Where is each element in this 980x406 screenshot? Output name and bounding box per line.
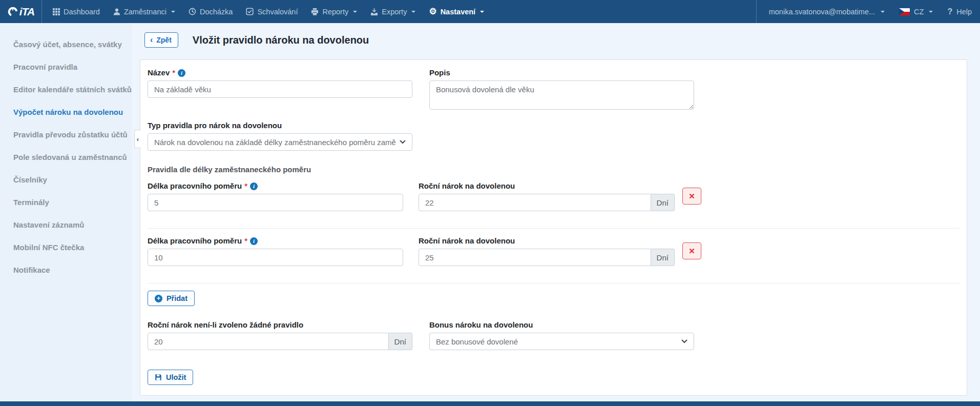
required-mark: * <box>244 236 247 246</box>
nav-label: Reporty <box>322 8 348 16</box>
nav-item-dochazka[interactable]: Docházka <box>182 0 239 23</box>
grid-icon <box>53 8 60 15</box>
delete-rule-button[interactable]: ✕ <box>682 188 701 205</box>
language-code: CZ <box>914 8 924 16</box>
close-icon: ✕ <box>689 192 695 201</box>
bonus-select[interactable]: Bez bonusové dovolené <box>429 333 694 350</box>
bonus-label: Bonus nároku na dovolenou <box>429 320 694 330</box>
nav-item-zamestnanci[interactable]: Zaměstnanci <box>107 0 182 23</box>
info-icon[interactable]: i <box>250 182 258 190</box>
info-icon[interactable]: i <box>250 237 258 245</box>
narok-input[interactable] <box>419 249 651 266</box>
select-value: Bez bonusové dovolené <box>436 337 677 346</box>
delete-rule-button[interactable]: ✕ <box>682 242 701 259</box>
language-selector[interactable]: CZ <box>899 8 933 16</box>
delka-label: Délka pracovního poměru * i <box>148 181 403 191</box>
footer-bar <box>0 401 980 406</box>
nav-label: Schvalování <box>257 8 298 16</box>
app-logo[interactable]: iTA <box>0 0 42 23</box>
nav-item-dashboard[interactable]: Dashboard <box>46 0 107 23</box>
chevron-down-icon <box>929 11 933 13</box>
nav-item-schvalovani[interactable]: Schvalování <box>239 0 304 23</box>
nav-item-nastaveni[interactable]: ⚙︎ Nastavení <box>422 0 491 23</box>
chevron-left-icon: ‹ <box>150 37 153 43</box>
sidebar-item-pracovni-pravidla[interactable]: Pracovní pravidla <box>0 55 132 78</box>
label-text: Roční nárok na dovolenou <box>419 236 515 246</box>
select-value: Nárok na dovolenou na základě délky zamě… <box>154 138 395 147</box>
clock-logo-icon <box>7 6 18 17</box>
back-button-label: Zpět <box>156 36 172 44</box>
navbar-right: monika.svatonova@mobatime... CZ ? Help <box>756 0 980 23</box>
sidebar-item-nastaveni-zaznamu[interactable]: Nastavení záznamů <box>0 213 132 236</box>
popis-textarea[interactable]: Bonusová dovolená dle věku <box>429 80 694 110</box>
user-menu[interactable]: monika.svatonova@mobatime... <box>769 8 885 16</box>
sidebar-collapse-toggle[interactable]: ‹ <box>134 130 141 148</box>
info-glyph: i <box>253 236 255 246</box>
delka-input[interactable] <box>148 249 403 266</box>
info-glyph: i <box>253 181 255 191</box>
chevron-left-icon: ‹ <box>137 135 139 143</box>
chevron-down-icon <box>480 11 484 13</box>
unit-addon: Dní <box>651 194 675 211</box>
check-square-icon <box>246 8 254 15</box>
info-icon[interactable]: i <box>178 69 185 77</box>
plus-icon: + <box>155 295 162 302</box>
unit-addon: Dní <box>389 333 412 350</box>
label-text: Délka pracovního poměru <box>148 181 242 191</box>
chevron-down-icon <box>881 11 885 13</box>
main-content: ‹ Zpět Vložit pravidlo nároku na dovolen… <box>132 23 980 401</box>
default-narok-label: Roční nárok není-li zvoleno žádné pravid… <box>148 320 412 330</box>
printer-icon <box>311 8 319 15</box>
nav-item-reporty[interactable]: Reporty <box>304 0 364 23</box>
required-mark: * <box>244 181 247 191</box>
add-rule-button[interactable]: + Přidat <box>148 291 195 306</box>
nav-label: Zaměstnanci <box>124 8 166 16</box>
user-email: monika.svatonova@mobatime... <box>769 8 875 16</box>
label-text: Roční nárok není-li zvoleno žádné pravid… <box>148 320 303 330</box>
sidebar-item-pole-sledovana[interactable]: Pole sledovaná u zaměstnanců <box>0 146 132 168</box>
help-link[interactable]: ? Help <box>947 7 972 16</box>
chevron-down-icon <box>411 11 415 13</box>
nazev-input[interactable] <box>148 80 412 98</box>
sidebar-item-label: Pole sledovaná u zaměstnanců <box>13 153 127 161</box>
export-icon <box>370 8 378 15</box>
rule-row: Délka pracovního poměru * i Roční nárok … <box>148 229 960 283</box>
label-text: Typ pravidla pro nárok na dovolenou <box>148 121 282 130</box>
sidebar-item-editor-kalendare[interactable]: Editor kalendáře státních svátků <box>0 78 132 100</box>
navbar-divider <box>756 0 757 23</box>
sidebar-item-mobilni-nfc[interactable]: Mobilní NFC čtečka <box>0 236 132 258</box>
narok-label: Roční nárok na dovolenou <box>419 181 675 191</box>
nav-label: Dashboard <box>64 8 100 16</box>
typ-pravidla-select[interactable]: Nárok na dovolenou na základě délky zamě… <box>148 133 412 151</box>
sidebar-item-label: Notifikace <box>13 266 50 274</box>
default-narok-input[interactable] <box>148 333 389 350</box>
help-label: Help <box>956 8 972 16</box>
sidebar-item-vypocet-naroku[interactable]: Výpočet nároku na dovolenou <box>0 100 132 123</box>
save-button-label: Uložit <box>166 373 186 381</box>
sidebar-item-pravidla-prevodu[interactable]: Pravidla převodu zůstatku účtů <box>0 123 132 146</box>
label-text: Popis <box>429 68 450 77</box>
settings-sidebar: Časový účet, absence, svátky Pracovní pr… <box>0 23 132 401</box>
sidebar-item-ciselniky[interactable]: Číselníky <box>0 168 132 191</box>
delka-input[interactable] <box>148 194 403 211</box>
back-button[interactable]: ‹ Zpět <box>144 32 178 48</box>
popis-label: Popis <box>429 68 694 77</box>
sidebar-item-label: Pracovní pravidla <box>13 63 77 71</box>
nav-label: Exporty <box>382 8 407 16</box>
czech-flag-icon <box>899 8 910 15</box>
sidebar-item-terminaly[interactable]: Terminály <box>0 191 132 213</box>
sidebar-item-casovy-ucet[interactable]: Časový účet, absence, svátky <box>0 33 132 55</box>
nazev-label: Název * i <box>148 68 412 77</box>
sidebar-item-notifikace[interactable]: Notifikace <box>0 258 132 281</box>
nav-item-exporty[interactable]: Exporty <box>364 0 422 23</box>
save-button[interactable]: Uložit <box>148 370 193 385</box>
narok-input[interactable] <box>419 194 651 211</box>
nav-label: Nastavení <box>441 8 476 16</box>
sidebar-item-label: Výpočet nároku na dovolenou <box>13 108 123 116</box>
clock-icon <box>189 8 196 15</box>
info-glyph: i <box>181 68 182 77</box>
add-button-label: Přidat <box>166 294 187 302</box>
top-navbar: iTA Dashboard Zaměstnanci <box>0 0 980 23</box>
form-panel: ‹ Název * i Popis Bonusová dovolená dl <box>140 59 967 396</box>
nav-label: Docházka <box>200 8 233 16</box>
